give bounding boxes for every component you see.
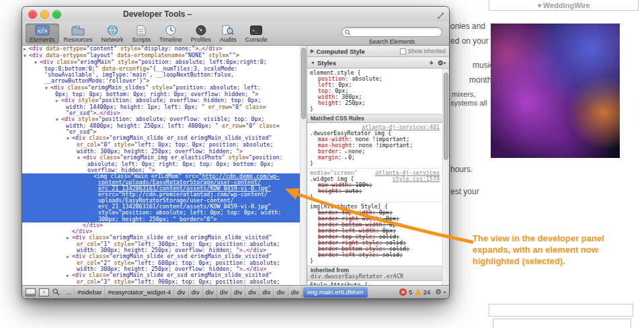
expand-arrow-icon[interactable]: ▶ bbox=[67, 254, 72, 260]
toolbar-item-timeline[interactable]: Timeline bbox=[155, 24, 186, 44]
console-toggle-icon[interactable] bbox=[26, 288, 36, 296]
inspect-element-icon[interactable] bbox=[52, 288, 60, 296]
expand-shorthand-icon[interactable]: ▶ bbox=[345, 155, 348, 160]
dom-node[interactable]: ▼<div class="erimgMain_slide er_ssd erim… bbox=[22, 135, 300, 154]
breadcrumb-item[interactable]: div bbox=[245, 286, 259, 298]
zoom-icon[interactable] bbox=[52, 10, 61, 19]
timeline-icon bbox=[165, 25, 176, 36]
dom-node[interactable]: ▶<div class="erimgMain_slide er_ssd erim… bbox=[22, 272, 300, 285]
toolbar-item-profiles[interactable]: Profiles bbox=[187, 24, 215, 44]
collapse-arrow-icon[interactable]: ▼ bbox=[34, 60, 40, 66]
expand-arrow-icon[interactable]: ▶ bbox=[24, 46, 29, 52]
screenshot-stage: ♥ WeddingWire onies and ed on your music… bbox=[0, 0, 644, 328]
dom-token: er_row bbox=[205, 104, 229, 110]
dom-token: <div bbox=[50, 84, 64, 91]
dom-node-selected[interactable]: <img class="main erILdMom" src="http://c… bbox=[22, 173, 300, 222]
expand-arrow-icon[interactable]: ▶ bbox=[67, 235, 72, 241]
breadcrumb-item[interactable]: div bbox=[217, 286, 231, 298]
css-property[interactable]: border-left-style: solid; bbox=[310, 252, 440, 258]
dom-token: "content" bbox=[87, 46, 117, 52]
breadcrumb-item[interactable]: #sidebar bbox=[75, 286, 105, 298]
svg-text:>_: >_ bbox=[252, 28, 258, 34]
breadcrumb-item[interactable]: div bbox=[288, 286, 303, 298]
toolbar-item-console[interactable]: >_Console bbox=[241, 24, 272, 44]
dom-token: > bbox=[213, 216, 216, 222]
dom-token: <div bbox=[29, 52, 42, 58]
css-property[interactable]: height: 250px; bbox=[310, 100, 440, 106]
scrollbar-thumb[interactable] bbox=[301, 48, 306, 119]
warning-count[interactable]: 24 bbox=[424, 288, 431, 296]
toolbar-item-label: Network bbox=[102, 36, 124, 43]
dom-node[interactable]: ▼<div class="erimgMain_img er_elasticPho… bbox=[22, 155, 300, 173]
annotation-text: The view in the developer panel expands,… bbox=[473, 233, 642, 267]
expand-arrow-icon[interactable]: ▶ bbox=[67, 273, 72, 279]
dom-token: "http://cdn.premieratlantadj.com/wp-cont… bbox=[98, 191, 271, 210]
show-inherited-checkbox[interactable] bbox=[400, 48, 406, 54]
breadcrumb-item[interactable]: div bbox=[259, 286, 274, 298]
devtools-toolbar: </>ElementsResourcesNetworkScriptsTimeli… bbox=[22, 22, 449, 46]
toolbar-item-network[interactable]: Network bbox=[97, 24, 128, 44]
styles-header[interactable]: ▼ Styles + ⚙ ▾ bbox=[307, 57, 449, 69]
warning-icon[interactable] bbox=[415, 289, 421, 295]
breadcrumb-item[interactable]: div bbox=[203, 286, 217, 298]
collapse-arrow-icon[interactable]: ▼ bbox=[56, 117, 61, 123]
page-text-fragment: hours. bbox=[450, 165, 473, 174]
dom-token: "0" bbox=[232, 104, 242, 110]
collapse-arrow-icon[interactable]: ▼ bbox=[24, 53, 29, 59]
dom-node[interactable]: ▼<div style="position: absolute; overflo… bbox=[22, 116, 300, 135]
close-icon[interactable] bbox=[28, 10, 37, 19]
breadcrumb-item[interactable]: div bbox=[231, 286, 245, 298]
dom-token: class bbox=[53, 58, 73, 65]
breadcrumb-item[interactable]: ... bbox=[63, 286, 75, 298]
settings-gear-icon[interactable]: ⚙ bbox=[435, 288, 442, 296]
inherited-node-link[interactable]: div.dwuserEasyRotator.erACR bbox=[311, 273, 403, 280]
dom-token: style bbox=[110, 278, 130, 285]
window-titlebar[interactable]: Developer Tools – bbox=[22, 7, 449, 22]
dom-token: style bbox=[205, 52, 225, 58]
minimize-icon[interactable] bbox=[40, 10, 49, 19]
dom-token: style bbox=[149, 84, 169, 91]
dom-token: <div bbox=[61, 116, 75, 122]
breadcrumb-item[interactable]: div bbox=[174, 286, 188, 298]
css-property[interactable]: margin: ▶0; bbox=[310, 155, 440, 161]
error-icon[interactable]: ✕ bbox=[399, 288, 407, 296]
collapse-arrow-icon[interactable]: ▼ bbox=[77, 155, 83, 161]
search-input[interactable] bbox=[341, 27, 442, 37]
dom-token: er_row bbox=[218, 122, 242, 129]
dom-node[interactable]: </div> bbox=[22, 222, 300, 229]
weddingwire-badge[interactable]: ♥ WeddingWire bbox=[489, 0, 639, 11]
dom-token: <div bbox=[72, 234, 85, 241]
collapse-arrow-icon[interactable]: ▼ bbox=[45, 85, 50, 91]
scrollbar-thumb[interactable] bbox=[444, 73, 448, 160]
toolbar-item-elements[interactable]: </>Elements bbox=[26, 24, 59, 44]
dom-node[interactable]: ▼<div class="erimgMain" style="position:… bbox=[22, 59, 300, 84]
toolbar-item-audits[interactable]: Audits bbox=[216, 24, 241, 44]
page-text-fragment: music bbox=[473, 60, 493, 70]
page-text-fragment: mixers, bbox=[452, 90, 475, 98]
computed-style-header[interactable]: ▶ Computed Style Show inherited bbox=[307, 46, 449, 57]
weddingwire-label: WeddingWire bbox=[543, 1, 590, 9]
gear-icon[interactable]: ⚙ bbox=[438, 59, 444, 67]
breadcrumb-item[interactable]: #easyrotator_widget-4 bbox=[105, 286, 174, 298]
breadcrumb-item[interactable]: div bbox=[274, 286, 288, 298]
expand-arrow-icon[interactable]: ▶ bbox=[56, 98, 61, 104]
console-prompt-icon[interactable]: › bbox=[39, 288, 49, 296]
dom-token: "layout" bbox=[87, 52, 114, 58]
dom-node[interactable]: ▶<div style="position: absolute; overflo… bbox=[22, 97, 300, 116]
breadcrumb-item[interactable]: div bbox=[189, 286, 203, 298]
dom-token: "3" bbox=[100, 278, 110, 285]
collapse-arrow-icon[interactable]: ▼ bbox=[67, 136, 72, 142]
expand-shorthand-icon[interactable]: ▶ bbox=[345, 149, 348, 154]
error-count[interactable]: 5 bbox=[409, 288, 412, 296]
dom-token: > bbox=[236, 52, 239, 58]
new-style-rule-button[interactable]: + bbox=[430, 58, 434, 67]
breadcrumb-item-selected[interactable]: img.main.erILdMom bbox=[303, 287, 368, 298]
toolbar-item-label: Scripts bbox=[132, 36, 151, 43]
dom-node[interactable]: ▶<div class="erimgMain_slide er_ssd erim… bbox=[22, 235, 300, 253]
toolbar-item-scripts[interactable]: Scripts bbox=[128, 24, 155, 44]
fullscreen-icon[interactable] bbox=[437, 10, 444, 22]
toolbar-item-resources[interactable]: Resources bbox=[60, 24, 97, 44]
dom-token: style bbox=[75, 116, 95, 122]
dom-node[interactable]: ▶<div class="erimgMain_slide er_ssd erim… bbox=[22, 253, 300, 272]
dom-node[interactable]: ▼<div class="erimgMain_slides" style="po… bbox=[22, 85, 300, 97]
